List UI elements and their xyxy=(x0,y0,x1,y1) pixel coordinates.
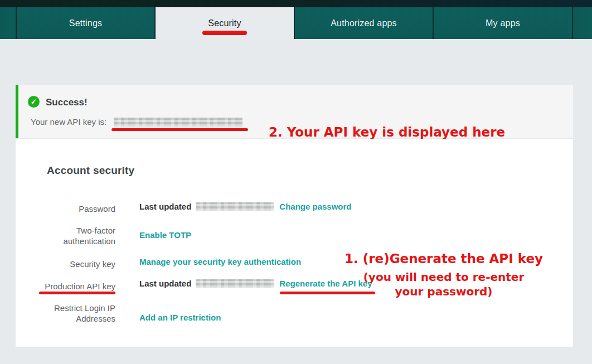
add-ip-restriction-link[interactable]: Add an IP restriction xyxy=(139,313,221,322)
enable-totp-link[interactable]: Enable TOTP xyxy=(139,230,191,240)
row-value-security-key: Manage your security key authentication xyxy=(139,257,301,266)
row-label-production-api-key: Production API key xyxy=(39,281,115,292)
account-security-panel: Account security Password Last updated C… xyxy=(16,139,573,347)
check-circle-icon: ✓ xyxy=(28,96,40,108)
row-value-password: Last updated Change password xyxy=(139,202,352,211)
annotation-step2-text: 2. Your API key is displayed here xyxy=(269,125,505,139)
tab-security[interactable]: Security xyxy=(156,7,294,39)
row-value-restrict-ip: Add an IP restriction xyxy=(139,313,221,322)
security-settings-page: Settings Security Authorized apps My app… xyxy=(0,0,592,364)
tabbar-left-stub xyxy=(0,7,16,39)
row-label-restrict-ip: Restrict Login IP Addresses xyxy=(39,303,115,324)
tab-my-apps-label: My apps xyxy=(486,18,520,28)
tab-authorized-apps-label: Authorized apps xyxy=(331,18,397,28)
annotation-step1-block: 1. (re)Generate the API key (you will ne… xyxy=(343,251,544,299)
row-label-security-key: Security key xyxy=(39,259,115,269)
tabbar-right-stub xyxy=(573,7,592,39)
tab-bar: Settings Security Authorized apps My app… xyxy=(0,7,592,39)
row-label-password: Password xyxy=(39,203,115,214)
row-value-production-api-key: Last updated Regenerate the API key xyxy=(139,279,372,288)
manage-security-key-link[interactable]: Manage your security key authentication xyxy=(139,257,301,266)
annotation-step1-line1: 1. (re)Generate the API key xyxy=(343,251,544,266)
annotation-marker-production-api-key-label xyxy=(39,292,115,294)
redacted-api-key-date xyxy=(196,279,274,288)
success-title: Success! xyxy=(46,97,88,108)
redacted-api-key-value xyxy=(114,118,242,127)
tab-settings-label: Settings xyxy=(69,18,102,28)
row-value-two-factor: Enable TOTP xyxy=(139,230,191,240)
annotation-marker-security-tab xyxy=(202,31,247,35)
annotation-marker-api-key xyxy=(111,128,248,131)
tab-settings[interactable]: Settings xyxy=(17,7,154,39)
tab-security-label: Security xyxy=(208,18,241,28)
row-label-two-factor: Two-factor authentication xyxy=(39,225,115,246)
section-heading: Account security xyxy=(47,164,134,177)
tab-my-apps[interactable]: My apps xyxy=(434,7,572,39)
change-password-link[interactable]: Change password xyxy=(279,202,351,211)
last-updated-label: Last updated xyxy=(139,279,191,288)
annotation-step1-line2: (you will need to re-enter xyxy=(343,270,544,284)
top-dark-bar xyxy=(0,0,592,7)
tab-authorized-apps[interactable]: Authorized apps xyxy=(295,7,433,39)
redacted-password-date xyxy=(196,202,274,211)
annotation-step1-line3: your password) xyxy=(343,284,544,299)
api-key-message-label: Your new API key is: xyxy=(31,117,106,127)
last-updated-label: Last updated xyxy=(139,202,191,211)
